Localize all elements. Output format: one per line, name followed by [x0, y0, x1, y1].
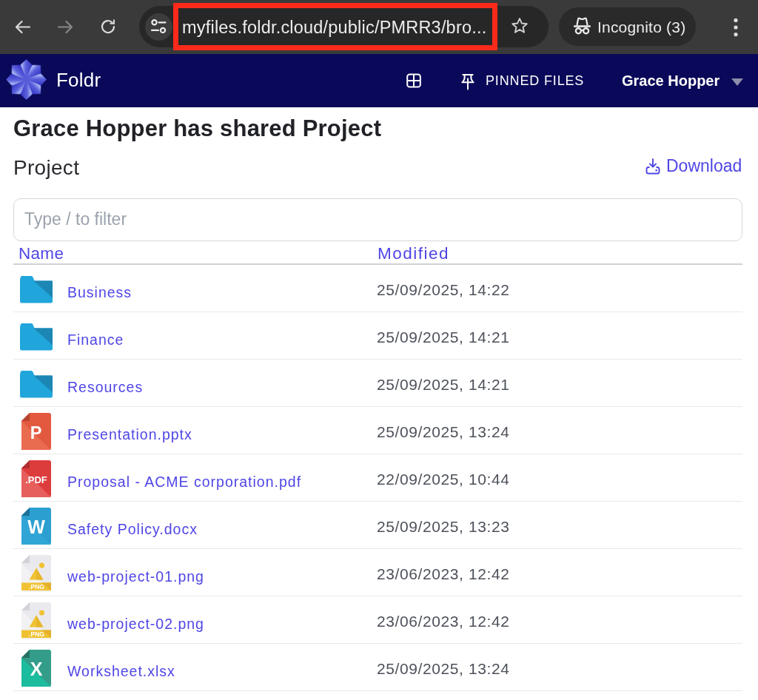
svg-text:W: W: [27, 516, 45, 537]
svg-text:P: P: [30, 423, 42, 442]
svg-text:.PDF: .PDF: [25, 474, 47, 485]
svg-text:.PNG: .PNG: [29, 583, 44, 590]
svg-text:.PNG: .PNG: [29, 630, 44, 638]
svg-text:X: X: [30, 659, 43, 679]
